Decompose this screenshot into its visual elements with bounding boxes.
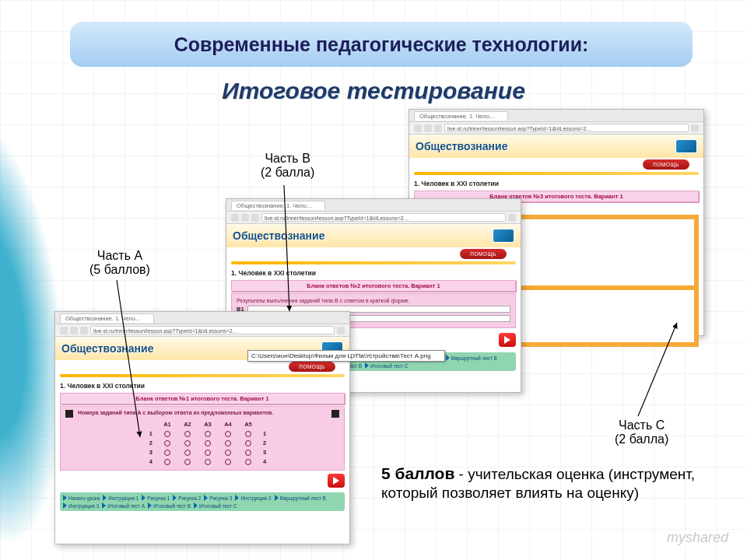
play-icon (446, 355, 450, 361)
row-label: 4 (132, 458, 157, 465)
lesson-nav-item[interactable]: Инструкция 1 (103, 495, 139, 501)
nav-forward-icon[interactable] (70, 327, 78, 334)
lesson-nav-item[interactable]: Маршрутный лист В (446, 355, 497, 361)
subject-title: Обществознание (61, 342, 153, 355)
browser-tabstrip: Обществознание. 1. Чело… (55, 312, 349, 324)
row-label-right: 1 (258, 430, 272, 437)
lesson-nav-label: Рисунок 3 (209, 495, 232, 501)
help-button[interactable]: ПОМОЩЬ (460, 249, 507, 259)
browser-tab[interactable]: Обществознание. 1. Чело… (414, 111, 508, 121)
answer-area-a: Номера заданий типа A с выбором ответа и… (60, 406, 345, 471)
play-icon (148, 502, 152, 509)
callout-part-c: Часть С(2 балла) (615, 418, 668, 447)
answer-radio[interactable] (164, 459, 170, 465)
answer-radio[interactable] (164, 440, 170, 446)
lesson-nav-item[interactable]: Рисунок 2 (173, 495, 201, 501)
next-button[interactable] (328, 474, 345, 488)
topic-heading: 1. Человек в XXI столетии (55, 380, 349, 391)
answer-radio[interactable] (164, 450, 170, 456)
nav-forward-icon[interactable] (241, 214, 249, 222)
topic-heading: 1. Человек в XXI столетии (409, 178, 703, 189)
lesson-nav-item[interactable]: Маршрутный лист В (275, 495, 326, 501)
browser-addressbar: live-st.ru/inner/lesson/lesson.asp?TypeI… (409, 122, 703, 135)
answer-radio[interactable] (184, 450, 191, 456)
lesson-nav-item[interactable]: Рисунок 1 (142, 495, 170, 501)
play-icon (142, 495, 146, 501)
url-field[interactable]: live-st.ru/inner/lesson/lesson.asp?TypeI… (444, 124, 689, 132)
nav-back-icon[interactable] (60, 327, 68, 334)
nav-reload-icon[interactable] (80, 327, 88, 334)
lesson-nav-item[interactable]: Итоговый тест B (148, 502, 191, 509)
lesson-nav-label: Начало урока (68, 495, 100, 501)
url-field[interactable]: live-st.ru/inner/lesson/lesson.asp?TypeI… (90, 326, 335, 334)
divider (231, 261, 516, 264)
answer-radio[interactable] (205, 450, 211, 456)
answer-radio[interactable] (184, 431, 191, 437)
answer-radio[interactable] (245, 450, 251, 456)
answer-radio[interactable] (245, 440, 251, 446)
slide-subtitle: Итоговое тестирование (0, 78, 747, 104)
instruction-text: Номера заданий типа A с выбором ответа и… (73, 410, 331, 415)
help-button[interactable]: ПОМОЩЬ (643, 159, 689, 170)
marker-square (65, 410, 73, 418)
browser-tabstrip: Обществознание. 1. Чело… (226, 199, 521, 212)
browser-tab[interactable]: Обществознание. 1. Чело… (231, 201, 325, 210)
arrow-right-icon (504, 336, 510, 344)
col-header: A1 (157, 421, 177, 428)
row-label: 1 (132, 430, 157, 437)
play-icon (365, 362, 369, 369)
instruction-text: Результаты выполнения заданий типа B с о… (237, 298, 510, 303)
nav-back-icon[interactable] (414, 124, 422, 132)
lesson-nav-item[interactable]: Итоговый тест C (194, 502, 237, 509)
answer-radio[interactable] (184, 440, 191, 446)
answer-radio[interactable] (184, 459, 191, 465)
bookmark-icon[interactable] (691, 124, 699, 132)
lesson-nav-item[interactable]: Итоговый тест A (102, 502, 145, 509)
lesson-nav-item[interactable]: Рисунок 3 (204, 495, 232, 501)
play-icon (194, 502, 198, 509)
lesson-nav-item[interactable]: Итоговый тест C (365, 362, 408, 369)
blank-title-b: Бланк ответов №2 итогового теста. Вариан… (231, 280, 516, 292)
footnote: 5 баллов - учительская оценка (инструмен… (381, 464, 700, 502)
answer-radio[interactable] (225, 459, 231, 465)
row-label-right: 4 (258, 458, 272, 465)
play-icon (204, 495, 208, 501)
help-button[interactable]: ПОМОЩЬ (289, 362, 335, 372)
nav-forward-icon[interactable] (424, 124, 432, 132)
nav-reload-icon[interactable] (434, 124, 442, 132)
answer-radio[interactable] (225, 431, 231, 437)
answer-radio[interactable] (205, 459, 211, 465)
bookmark-icon[interactable] (508, 214, 516, 222)
answer-radio[interactable] (205, 440, 211, 446)
answer-radio[interactable] (205, 431, 211, 437)
answer-radio[interactable] (164, 431, 170, 437)
play-icon (102, 502, 106, 509)
lesson-nav-item[interactable]: Начало урока (63, 495, 100, 501)
answer-radio[interactable] (245, 459, 251, 465)
lesson-nav-label: Маршрутный лист В (451, 355, 497, 361)
lesson-nav-item[interactable]: Инструкция 2 (235, 495, 271, 501)
play-icon (63, 502, 67, 509)
nav-back-icon[interactable] (231, 214, 239, 222)
lesson-nav-label: Рисунок 1 (147, 495, 170, 501)
lesson-nav-bar: Начало урокаИнструкция 1Рисунок 1Рисунок… (60, 492, 345, 511)
play-icon (275, 495, 279, 501)
browser-window-part-a: Обществознание. 1. Чело… live-st.ru/inne… (54, 311, 350, 544)
row-label: 2 (132, 439, 157, 446)
callout-part-b: Часть В(2 балла) (261, 152, 314, 180)
col-header: A5 (238, 421, 258, 428)
lesson-nav-item[interactable]: Инструкция 3 (63, 502, 99, 509)
col-header: A2 (177, 421, 198, 428)
divider (60, 374, 345, 377)
answer-radio[interactable] (245, 431, 251, 437)
browser-tab[interactable]: Обществознание. 1. Чело… (60, 313, 154, 323)
bookmark-icon[interactable] (337, 327, 345, 334)
answer-radio[interactable] (225, 450, 231, 456)
tooltip: C:\Users\ион\Desktop\Фильм для ЦУПа\Устр… (247, 350, 445, 362)
answer-radio[interactable] (225, 440, 231, 446)
url-field[interactable]: live-st.ru/inner/lesson/lesson.asp?TypeI… (261, 213, 506, 222)
nav-reload-icon[interactable] (251, 214, 259, 222)
next-button[interactable] (499, 333, 516, 347)
lesson-nav-label: Инструкция 2 (240, 495, 271, 501)
browser-addressbar: live-st.ru/inner/lesson/lesson.asp?TypeI… (226, 212, 521, 224)
